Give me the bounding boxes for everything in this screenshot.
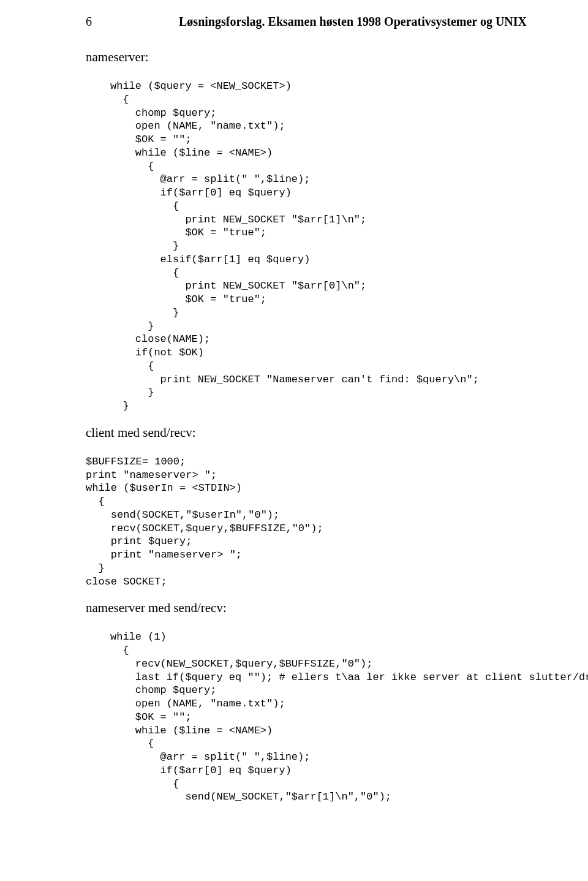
section-label-nameserver: nameserver: [86,50,527,65]
page-header: 6 Løsningsforslag. Eksamen høsten 1998 O… [86,15,527,29]
code-block-nameserver: while ($query = <NEW_SOCKET>) { chomp $q… [110,80,527,413]
page: 6 Løsningsforslag. Eksamen høsten 1998 O… [0,0,588,881]
page-title: Løsningsforslag. Eksamen høsten 1998 Ope… [179,15,527,29]
code-block-client: $BUFFSIZE= 1000; print "nameserver> "; w… [86,455,527,589]
page-number: 6 [86,15,92,29]
code-block-nameserver-sendrecv: while (1) { recv(NEW_SOCKET,$query,$BUFF… [110,630,527,804]
section-label-client: client med send/recv: [86,425,527,441]
section-label-nameserver-sendrecv: nameserver med send/recv: [86,600,527,616]
